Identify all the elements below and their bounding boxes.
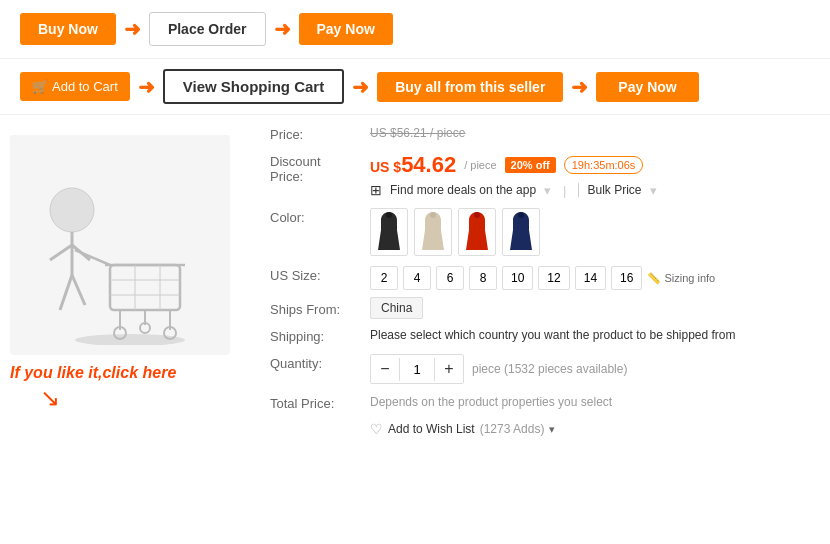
color-swatch-black[interactable] (370, 208, 408, 256)
discount-price-row: DiscountPrice: US $54.62 / piece 20% off… (270, 152, 820, 198)
main-content: If you like it,click here ↘ Price: US $5… (0, 115, 830, 457)
discount-price-label: DiscountPrice: (270, 152, 370, 184)
shipping-label: Shipping: (270, 327, 370, 344)
svg-point-14 (50, 188, 94, 232)
original-price: US $56.21 / piece (370, 125, 820, 140)
app-deals-row: ⊞ Find more deals on the app ▾ | Bulk Pr… (370, 182, 820, 198)
arrow-icon-5: ➜ (571, 75, 588, 99)
svg-point-21 (430, 212, 436, 218)
product-image (10, 135, 230, 355)
arrow-icon-4: ➜ (352, 75, 369, 99)
color-swatches (370, 208, 820, 256)
svg-line-19 (72, 275, 85, 305)
quantity-label: Quantity: (270, 354, 370, 371)
svg-point-22 (474, 212, 480, 218)
product-details: Price: US $56.21 / piece DiscountPrice: … (260, 125, 830, 447)
discount-price-value-area: US $54.62 / piece 20% off 19h:35m:06s ⊞ … (370, 152, 820, 198)
total-price-label: Total Price: (270, 394, 370, 411)
wishlist-area[interactable]: ♡ Add to Wish List (1273 Adds) ▾ (370, 421, 820, 437)
discount-price-display: US $54.62 (370, 152, 456, 178)
wishlist-row: ♡ Add to Wish List (1273 Adds) ▾ (270, 421, 820, 437)
buy-now-button[interactable]: Buy Now (20, 13, 116, 45)
arrow-down-icon: ↘ (40, 384, 250, 412)
color-label: Color: (270, 208, 370, 225)
cart-icon: 🛒 (32, 79, 48, 94)
add-to-cart-button[interactable]: 🛒 Add to Cart (20, 72, 130, 101)
pay-now-button-top[interactable]: Pay Now (299, 13, 393, 45)
size-10[interactable]: 10 (502, 266, 533, 290)
size-4[interactable]: 4 (403, 266, 431, 290)
svg-line-18 (60, 275, 72, 310)
buy-all-from-seller-button[interactable]: Buy all from this seller (377, 72, 563, 102)
shipping-row: Shipping: Please select which country yo… (270, 327, 820, 344)
size-8[interactable]: 8 (469, 266, 497, 290)
svg-rect-1 (110, 265, 180, 310)
ships-from-row: Ships From: China (270, 300, 820, 317)
color-swatch-red[interactable] (458, 208, 496, 256)
size-row: US Size: 2 4 6 8 10 12 14 16 📏 Sizing in… (270, 266, 820, 290)
off-badge: 20% off (505, 157, 556, 173)
arrow-icon-1: ➜ (124, 17, 141, 41)
quantity-row: Quantity: − + piece (1532 pieces availab… (270, 354, 820, 384)
sizing-info-link[interactable]: 📏 Sizing info (647, 272, 715, 285)
svg-line-16 (72, 245, 90, 260)
per-piece-label: / piece (464, 159, 496, 171)
wishlist-count: (1273 Adds) (480, 422, 545, 436)
svg-point-23 (518, 212, 524, 218)
size-options: 2 4 6 8 10 12 14 16 📏 Sizing info (370, 266, 820, 290)
quantity-stepper: − + (370, 354, 464, 384)
wishlist-label: Add to Wish List (388, 422, 475, 436)
quantity-note: piece (1532 pieces available) (472, 362, 627, 376)
size-label: US Size: (270, 266, 370, 283)
total-price-row: Total Price: Depends on the product prop… (270, 394, 820, 411)
color-row: Color: (270, 208, 820, 256)
quantity-decrease-button[interactable]: − (371, 355, 399, 383)
price-row: Price: US $56.21 / piece (270, 125, 820, 142)
bulk-price-link[interactable]: Bulk Price (578, 183, 641, 197)
color-swatch-white[interactable] (414, 208, 452, 256)
color-swatch-navy[interactable] (502, 208, 540, 256)
ships-from-value: China (370, 300, 820, 315)
timer-badge: 19h:35m:06s (564, 156, 644, 174)
wishlist-dropdown-icon[interactable]: ▾ (549, 423, 555, 436)
arrow-icon-3: ➜ (138, 75, 155, 99)
size-14[interactable]: 14 (575, 266, 606, 290)
size-12[interactable]: 12 (538, 266, 569, 290)
total-price-value: Depends on the product properties you se… (370, 394, 820, 409)
size-16[interactable]: 16 (611, 266, 642, 290)
place-order-button[interactable]: Place Order (149, 12, 266, 46)
quantity-input[interactable] (399, 358, 435, 381)
ships-from-badge: China (370, 297, 423, 319)
svg-line-17 (50, 245, 72, 260)
shipping-value: Please select which country you want the… (370, 327, 820, 342)
quantity-increase-button[interactable]: + (435, 355, 463, 383)
quantity-controls: − + piece (1532 pieces available) (370, 354, 820, 384)
product-image-area: If you like it,click here ↘ (0, 125, 260, 447)
click-hint-text: If you like it,click here (10, 363, 250, 384)
qr-code-icon: ⊞ (370, 182, 382, 198)
app-deals-link[interactable]: Find more deals on the app (390, 183, 536, 197)
svg-point-20 (386, 212, 392, 218)
pay-now-button-cart[interactable]: Pay Now (596, 72, 698, 102)
arrow-icon-2: ➜ (274, 17, 291, 41)
cart-flow-bar: 🛒 Add to Cart ➜ View Shopping Cart ➜ Buy… (0, 59, 830, 115)
ships-from-label: Ships From: (270, 300, 370, 317)
top-flow-bar: Buy Now ➜ Place Order ➜ Pay Now (0, 0, 830, 59)
ruler-icon: 📏 (647, 272, 661, 285)
size-2[interactable]: 2 (370, 266, 398, 290)
stick-figure-svg (20, 145, 220, 345)
heart-icon: ♡ (370, 421, 383, 437)
price-label: Price: (270, 125, 370, 142)
size-6[interactable]: 6 (436, 266, 464, 290)
view-shopping-cart-button[interactable]: View Shopping Cart (163, 69, 344, 104)
